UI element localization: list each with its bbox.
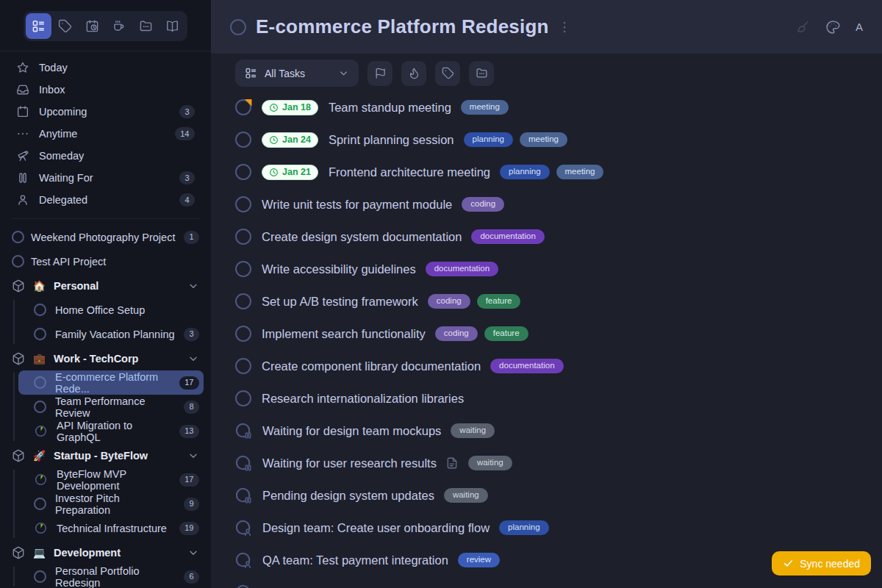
chevron-down-icon[interactable] <box>187 547 199 559</box>
task-row[interactable]: Create component library documentationdo… <box>235 350 882 382</box>
count-badge: 8 <box>184 401 199 414</box>
task-checkbox[interactable] <box>235 293 251 309</box>
task-checkbox-flagged[interactable] <box>235 99 251 115</box>
sidebar-project-technical-infrastructure[interactable]: Technical Infrastructure19 <box>12 516 199 540</box>
task-checkbox[interactable] <box>235 132 251 148</box>
sidebar-view-tag-button[interactable] <box>52 13 78 39</box>
more-options-button[interactable] <box>556 19 573 35</box>
sidebar-item-today[interactable]: Today <box>12 57 199 79</box>
sync-button[interactable]: Sync needed <box>772 551 871 576</box>
task-row[interactable] <box>235 576 882 588</box>
tag-waiting[interactable]: waiting <box>451 423 495 439</box>
sidebar-project-weekend-photography-project[interactable]: Weekend Photography Project1 <box>12 225 199 249</box>
folder-filter-button[interactable] <box>469 61 494 86</box>
progress-icon <box>34 424 48 438</box>
waiting-status-icon[interactable] <box>235 487 252 504</box>
task-checkbox[interactable] <box>235 390 251 406</box>
sidebar-project-api-migration-to-graphql[interactable]: API Migration to GraphQL13 <box>12 419 199 443</box>
avatar[interactable]: A <box>856 21 863 33</box>
task-row[interactable]: Write accessibility guidelinesdocumentat… <box>235 253 882 285</box>
waiting-status-icon[interactable] <box>235 455 252 472</box>
tag-meeting[interactable]: meeting <box>556 165 604 180</box>
theme-button[interactable] <box>825 20 840 35</box>
sidebar-item-delegated[interactable]: Delegated4 <box>12 189 199 211</box>
task-row[interactable]: Create design system documentationdocume… <box>235 220 882 253</box>
tag-documentation[interactable]: documentation <box>490 359 563 374</box>
tag-feature[interactable]: feature <box>477 294 521 309</box>
task-row[interactable]: Jan 21Frontend architecture meetingplann… <box>235 156 882 188</box>
sidebar-area-personal[interactable]: 🏠Personal <box>12 273 199 298</box>
tag-waiting[interactable]: waiting <box>444 488 488 503</box>
sidebar-project-test-api-project[interactable]: Test API Project <box>12 249 199 273</box>
tag-meeting[interactable]: meeting <box>461 100 509 115</box>
sidebar-view-coffee-button[interactable] <box>106 13 132 39</box>
folder-icon <box>139 19 153 33</box>
task-checkbox[interactable] <box>235 196 251 212</box>
sidebar-project-e-commerce-platform-rede[interactable]: E-commerce Platform Rede...17 <box>18 370 204 395</box>
task-checkbox[interactable] <box>235 326 251 342</box>
task-row[interactable]: Research internationalization libraries <box>235 382 882 415</box>
sidebar-project-investor-pitch-preparation[interactable]: Investor Pitch Preparation9 <box>12 492 199 516</box>
task-row[interactable]: Waiting for user research resultswaiting <box>235 447 882 479</box>
sidebar-area-development[interactable]: 💻Development <box>12 540 199 564</box>
task-row[interactable]: Set up A/B testing frameworkcodingfeatur… <box>235 285 882 318</box>
tag-planning[interactable]: planning <box>464 132 513 148</box>
tag-coding[interactable]: coding <box>462 197 504 212</box>
sidebar-area-work-techcorp[interactable]: 💼Work - TechCorp <box>12 346 199 370</box>
task-tags: codingfeature <box>428 294 521 309</box>
task-row[interactable]: Pending design system updateswaiting <box>235 479 882 512</box>
sidebar-item-someday[interactable]: Someday <box>12 145 199 167</box>
chevron-down-icon[interactable] <box>187 353 199 365</box>
sidebar-project-label: Home Office Setup <box>55 304 145 316</box>
sidebar-item-anytime[interactable]: Anytime14 <box>12 123 199 145</box>
app-root: TodayInboxUpcoming3Anytime14SomedayWaiti… <box>0 0 882 588</box>
task-row[interactable]: Jan 24Sprint planning sessionplanningmee… <box>235 123 882 156</box>
sidebar-project-team-performance-review[interactable]: Team Performance Review8 <box>12 395 199 419</box>
tag-planning[interactable]: planning <box>500 165 549 180</box>
tag-coding[interactable]: coding <box>435 326 478 342</box>
task-title: Team standup meeting <box>329 101 451 115</box>
task-row[interactable]: Design team: Create user onboarding flow… <box>235 512 882 544</box>
task-filter-dropdown[interactable]: All Tasks <box>235 60 359 87</box>
sidebar-project-byteflow-mvp-development[interactable]: ByteFlow MVP Development17 <box>12 467 199 492</box>
delegated-status-icon[interactable] <box>235 552 252 569</box>
sidebar-project-home-office-setup[interactable]: Home Office Setup <box>12 298 199 322</box>
waiting-status-icon[interactable] <box>235 423 252 440</box>
tag-review[interactable]: review <box>458 553 500 568</box>
flame-filter-button[interactable] <box>401 61 426 86</box>
tag-feature[interactable]: feature <box>484 326 528 342</box>
delegated-status-icon[interactable] <box>235 520 252 537</box>
sidebar-area-startup-byteflow[interactable]: 🚀Startup - ByteFlow <box>12 443 199 467</box>
sidebar-project-family-vacation-planning[interactable]: Family Vacation Planning3 <box>12 322 199 346</box>
flag-filter-button[interactable] <box>368 61 392 86</box>
tag-planning[interactable]: planning <box>499 520 548 536</box>
sidebar-item-upcoming[interactable]: Upcoming3 <box>12 101 199 123</box>
delegated-status-icon[interactable] <box>235 584 252 588</box>
task-row[interactable]: Implement search functionalitycodingfeat… <box>235 318 882 350</box>
task-row[interactable]: Waiting for design team mockupswaiting <box>235 415 882 447</box>
tag-documentation[interactable]: documentation <box>471 229 544 245</box>
chevron-down-icon[interactable] <box>187 280 199 292</box>
sidebar-item-inbox[interactable]: Inbox <box>12 79 199 101</box>
sidebar-item-waiting-for[interactable]: Waiting For3 <box>12 167 199 189</box>
tag-documentation[interactable]: documentation <box>426 262 498 277</box>
sidebar-project-label: Team Performance Review <box>55 395 175 419</box>
task-checkbox[interactable] <box>235 261 251 277</box>
task-row[interactable]: Jan 18Team standup meetingmeeting <box>235 91 882 123</box>
sidebar-view-calendar-clock-button[interactable] <box>79 13 105 39</box>
tag-meeting[interactable]: meeting <box>520 132 567 148</box>
list-view-icon <box>32 19 46 33</box>
sidebar-view-book-button[interactable] <box>159 13 185 39</box>
tag-waiting[interactable]: waiting <box>468 456 512 471</box>
tag-coding[interactable]: coding <box>428 294 470 309</box>
task-checkbox[interactable] <box>235 358 251 374</box>
sidebar-project-personal-portfolio-redesign[interactable]: Personal Portfolio Redesign6 <box>12 564 199 588</box>
cleanup-button[interactable] <box>795 20 810 35</box>
task-row[interactable]: Write unit tests for payment modulecodin… <box>235 188 882 220</box>
sidebar-view-folder-button[interactable] <box>133 13 159 39</box>
task-checkbox[interactable] <box>235 229 251 245</box>
tag-filter-button[interactable] <box>435 61 460 86</box>
sidebar-view-list-view-button[interactable] <box>26 13 51 39</box>
task-checkbox[interactable] <box>235 164 251 180</box>
chevron-down-icon[interactable] <box>187 450 199 462</box>
